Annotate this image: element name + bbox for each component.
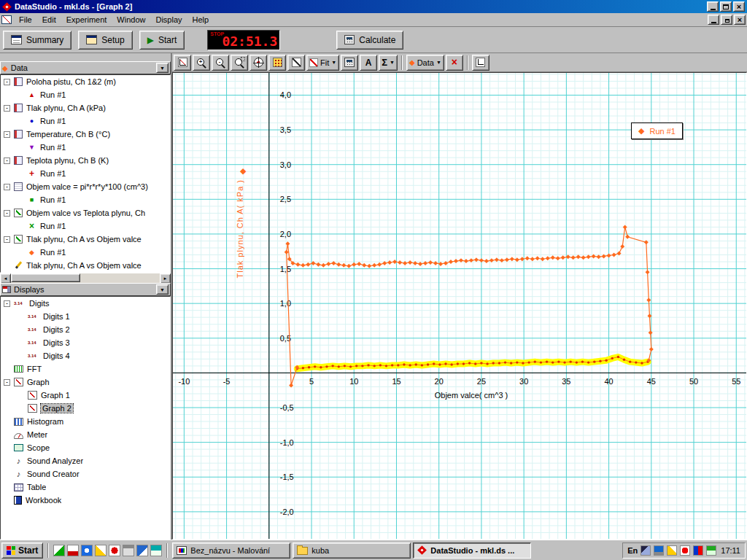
data-panel-header[interactable]: ◆ Data ▼ [0,61,171,74]
zoom-in-button[interactable]: + [193,55,210,71]
tray-icon-3[interactable] [667,545,677,556]
run-item[interactable]: ■ Run #1 [1,193,170,206]
scroll-left-button[interactable]: ◄ [0,273,11,284]
close-button[interactable]: × [733,1,745,12]
display-tree-item[interactable]: Graph [1,376,170,389]
data-tree-item[interactable]: Tlak plynu, Ch A vs Objem valce [1,233,170,246]
display-tree-item[interactable]: 3.14 Digits 4 [1,349,170,362]
tree-expander-icon[interactable] [4,158,10,164]
data-tree-item[interactable]: Temperature, Ch B (°C) [1,128,170,141]
graph-document-icon[interactable] [1,15,12,24]
mdi-close-button[interactable]: × [734,15,746,25]
keyboard-layout-indicator[interactable]: En [627,546,638,555]
run-item[interactable]: ▼ Run #1 [1,141,170,154]
setup-button[interactable]: Setup [78,31,132,50]
tree-expander-icon[interactable] [4,105,10,112]
mdi-minimize-button[interactable] [708,15,719,25]
data-panel-menu-button[interactable]: ▼ [156,63,169,73]
displays-panel-menu-button[interactable]: ▼ [156,284,169,295]
display-tree-item[interactable]: 3.14 Digits [1,297,170,310]
data-tree-item[interactable]: Teplota plynu, Ch B (K) [1,154,170,167]
fit-menu-button[interactable]: Fit ▼ [306,55,339,71]
tree-expander-icon[interactable] [4,236,10,243]
data-tree-item[interactable]: Tlak plynu, Ch A (kPa) [1,101,170,114]
mdi-restore-button[interactable] [721,15,732,25]
display-tree-item[interactable]: Histogram [1,415,170,428]
display-tree-item[interactable]: FFT [1,362,170,376]
quick-launch-icon-6[interactable] [123,545,134,556]
display-tree-item[interactable]: Workbook [1,494,170,507]
menu-help[interactable]: Help [187,14,214,26]
run-item[interactable]: + Run #1 [1,167,170,180]
highlight-tool-button[interactable] [268,55,286,71]
horizontal-scrollbar[interactable]: ◄ ► [0,273,171,283]
slope-tool-button[interactable] [287,55,305,71]
tree-expander-icon[interactable] [4,131,10,138]
y-axis-label[interactable]: Tlak plynu, Ch A( kPa ) [236,179,244,279]
smart-tool-button[interactable] [249,55,267,71]
legend[interactable]: ◆ Run #1 [631,122,683,139]
plot-area[interactable]: -10-55101520253035404550554,03,53,02,52,… [172,72,747,540]
display-tree-item[interactable]: Graph 1 [1,389,170,402]
run-item[interactable]: × Run #1 [1,219,170,233]
start-menu-button[interactable]: Start [1,542,43,559]
tree-expander-icon[interactable] [4,210,10,217]
menu-edit[interactable]: Edit [37,14,61,26]
graph-settings-button[interactable] [472,55,489,71]
display-tree-item[interactable]: ♪ Sound Creator [1,467,170,481]
tree-expander-icon[interactable] [4,379,10,386]
task-button-paint[interactable]: Bez_názvu - Malování [172,542,290,559]
x-axis-label[interactable]: Objem valce( cm^3 ) [398,391,544,400]
display-tree-item[interactable]: ♪ Sound Analyzer [1,454,170,467]
display-tree-item[interactable]: 3.14 Digits 1 [1,310,170,323]
calculator-button[interactable] [341,55,358,71]
quick-launch-icon-7[interactable] [136,545,148,556]
quick-launch-icon-1[interactable] [53,545,65,556]
task-button-datastudio[interactable]: DataStudio - mkl.ds ... [413,542,531,559]
start-button[interactable]: ▶ Start [139,31,185,50]
tree-expander-icon[interactable] [4,184,10,190]
zoom-select-button[interactable] [231,55,248,71]
display-tree-item[interactable]: Table [1,481,170,494]
tray-icon-5[interactable] [693,545,703,556]
calculate-button[interactable]: Calculate [336,31,403,50]
display-tree-item[interactable]: 3.14 Digits 3 [1,336,170,349]
statistics-menu-button[interactable]: Σ ▼ [379,55,398,71]
tree-expander-icon[interactable] [4,79,10,85]
quick-launch-icon-3[interactable] [81,545,93,556]
menu-window[interactable]: Window [112,14,150,26]
tray-icon-4[interactable] [680,545,690,556]
menu-display[interactable]: Display [150,14,187,26]
quick-launch-icon-2[interactable] [67,545,79,556]
volume-icon[interactable] [640,545,651,556]
zoom-out-button[interactable]: - [212,55,229,71]
tree-expander-icon[interactable] [4,300,10,307]
scrollbar-thumb[interactable] [11,273,80,282]
run-item[interactable]: ● Run #1 [1,114,170,128]
minimize-button[interactable] [707,1,719,12]
tray-icon-6[interactable] [706,545,716,556]
tray-icon-2[interactable] [654,545,664,556]
quick-launch-icon-8[interactable] [150,545,162,556]
quick-launch-icon-4[interactable] [95,545,107,556]
remove-data-button[interactable]: × [446,55,463,71]
menu-experiment[interactable]: Experiment [61,14,112,26]
run-item[interactable]: ▲ Run #1 [1,88,170,101]
title-bar[interactable]: DataStudio - mkl.ds - [Graph 2] × [0,0,747,13]
scroll-right-button[interactable]: ► [160,273,171,284]
run-item[interactable]: ◆ Run #1 [1,246,170,259]
data-tree-item[interactable]: Tlak plynu, Ch A vs Objem valce [1,259,170,272]
displays-panel-header[interactable]: Displays ▼ [0,283,171,296]
data-menu-button[interactable]: ◆ Data ▼ [406,55,444,71]
menu-file[interactable]: File [14,14,37,26]
display-tree-item[interactable]: Meter [1,428,170,441]
text-annotation-button[interactable]: A [360,55,377,71]
summary-button[interactable]: Summary [3,31,71,50]
scale-to-fit-button[interactable] [174,55,191,71]
data-tree-item[interactable]: Objem valce vs Teplota plynu, Ch [1,206,170,219]
display-tree-item-selected[interactable]: Graph 2 [1,402,170,415]
display-tree-item[interactable]: 3.14 Digits 2 [1,323,170,336]
data-tree-item[interactable]: Poloha pistu, Ch 1&2 (m) [1,75,170,88]
quick-launch-icon-5[interactable] [109,545,120,556]
data-tree-item[interactable]: Objem valce = pi*r*r*y*100 (cm^3) [1,180,170,193]
